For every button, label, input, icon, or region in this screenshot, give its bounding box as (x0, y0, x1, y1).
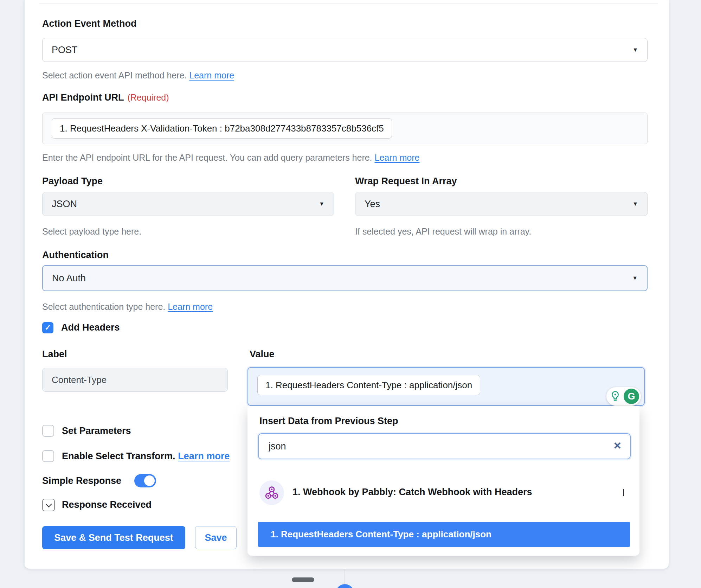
payload-type-helper: Select payload type here. (42, 226, 141, 237)
mapping-result-row-selected[interactable]: 1. RequestHeaders Content-Type : applica… (258, 522, 630, 547)
add-step-button[interactable] (336, 584, 354, 588)
helper-text: Enter the API endpoint URL for the API r… (42, 153, 375, 162)
response-received-label: Response Received (62, 499, 152, 511)
wrap-request-helper: If selected yes, API request will wrap i… (355, 226, 531, 237)
payload-type-label: Payload Type (42, 175, 103, 187)
add-headers-checkbox[interactable]: ✓ (42, 322, 53, 333)
payload-type-select[interactable]: JSON ▼ (42, 192, 334, 216)
label-text: Enable Select Transform. (62, 451, 178, 461)
simple-response-toggle[interactable] (134, 474, 156, 487)
authentication-select[interactable]: No Auth ▼ (42, 265, 648, 291)
chevron-down-icon: ▼ (632, 201, 638, 207)
set-parameters-label: Set Parameters (62, 425, 131, 437)
authentication-label: Authentication (42, 249, 109, 261)
api-endpoint-url-label: API Endpoint URL(Required) (42, 91, 169, 103)
chevron-down-icon: ▼ (632, 275, 638, 281)
insert-data-panel: Insert Data from Previous Step ✕ (247, 406, 639, 556)
api-endpoint-url-field[interactable]: 1. RequestHeaders X-Validation-Token : b… (42, 113, 648, 144)
mapped-token-pill[interactable]: 1. RequestHeaders Content-Type : applica… (257, 375, 480, 395)
helper-text: Select authentication type here. (42, 302, 168, 312)
authentication-helper: Select authentication type here. Learn m… (42, 301, 213, 312)
section-divider (39, 4, 658, 4)
mapped-token-pill[interactable]: 1. RequestHeaders X-Validation-Token : b… (52, 118, 392, 139)
toggle-knob (144, 475, 155, 486)
save-button[interactable]: Save (195, 526, 237, 549)
action-event-method-label: Action Event Method (42, 18, 137, 30)
header-label-column: Label (42, 348, 67, 360)
previous-step-label: 1. Webhook by Pabbly: Catch Webhook with… (292, 487, 532, 498)
check-icon: ✓ (45, 323, 51, 332)
pabbly-action-setup-page: Action Event Method POST ▼ Select action… (0, 0, 701, 588)
action-event-method-select[interactable]: POST ▼ (42, 38, 648, 62)
chevron-down-icon: ▼ (319, 201, 324, 207)
wrap-request-select[interactable]: Yes ▼ (355, 192, 648, 216)
enable-select-transform-label: Enable Select Transform. Learn more (62, 450, 230, 462)
grammarly-tone-icon[interactable] (608, 389, 622, 404)
response-received-collapse[interactable] (42, 499, 55, 511)
learn-more-link[interactable]: Learn more (375, 153, 420, 162)
insert-data-search-input[interactable] (258, 433, 631, 459)
drag-handle[interactable] (292, 577, 314, 582)
enable-select-transform-checkbox[interactable] (42, 450, 54, 462)
insert-data-panel-title: Insert Data from Previous Step (259, 416, 398, 427)
chevron-down-icon: ▼ (632, 47, 638, 53)
grammarly-icon[interactable]: G (624, 389, 639, 404)
action-event-method-helper: Select action event API method here. Lea… (42, 70, 234, 81)
set-parameters-checkbox[interactable] (42, 425, 54, 437)
previous-step-row[interactable]: 1. Webhook by Pabbly: Catch Webhook with… (247, 478, 639, 511)
header-value-field[interactable]: 1. RequestHeaders Content-Type : applica… (247, 367, 645, 406)
header-value-column: Value (250, 348, 275, 360)
learn-more-link[interactable]: Learn more (189, 70, 234, 80)
learn-more-link[interactable]: Learn more (178, 451, 230, 461)
clear-search-icon[interactable]: ✕ (613, 440, 622, 452)
insert-data-search: ✕ (258, 433, 631, 459)
action-config-card: Action Event Method POST ▼ Select action… (25, 0, 669, 569)
webhook-icon (264, 485, 279, 500)
grammarly-g-letter: G (628, 391, 635, 402)
action-event-method-value: POST (52, 45, 78, 56)
required-note: (Required) (127, 92, 169, 102)
wrap-request-value: Yes (365, 199, 380, 210)
learn-more-link[interactable]: Learn more (168, 302, 213, 312)
webhook-step-avatar (259, 480, 284, 505)
payload-type-value: JSON (52, 199, 77, 210)
wrap-request-label: Wrap Request In Array (355, 175, 457, 187)
helper-text: Select action event API method here. (42, 70, 189, 80)
label-text: API Endpoint URL (42, 92, 124, 103)
chevron-down-icon (45, 501, 52, 507)
grammarly-widget[interactable]: G (606, 387, 641, 406)
chevron-down-icon[interactable] (623, 489, 624, 495)
api-endpoint-url-helper: Enter the API endpoint URL for the API r… (42, 152, 419, 163)
simple-response-label: Simple Response (42, 475, 121, 487)
save-send-test-request-button[interactable]: Save & Send Test Request (42, 526, 185, 549)
header-label-input[interactable]: Content-Type (42, 368, 228, 392)
add-headers-label: Add Headers (61, 321, 120, 333)
authentication-value: No Auth (52, 273, 86, 284)
